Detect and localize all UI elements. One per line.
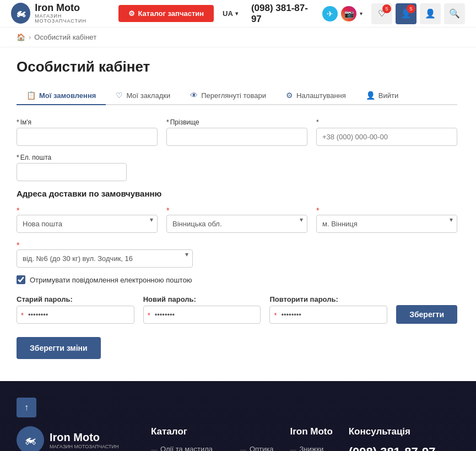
footer-link-oils[interactable]: Олії та мастила xyxy=(151,445,231,451)
footer-iron-moto: Iron Moto Знижки Виробники Доставка та о… xyxy=(290,426,335,451)
footer-logo-icon: 🏍 xyxy=(17,426,44,451)
old-password-field: Старий пароль: * xyxy=(17,295,134,324)
name-label: *Ім'я xyxy=(17,118,158,126)
new-password-wrap: * xyxy=(143,306,261,324)
footer-logo-sub: МАГАЗИН МОТОЗАПЧАСТИН xyxy=(50,444,118,449)
iron-moto-title: Iron Moto xyxy=(290,426,335,437)
tab-bookmarks[interactable]: ♡ Мої закладки xyxy=(106,86,180,105)
save-changes-button[interactable]: Зберегти зміни xyxy=(17,337,101,359)
catalog-button[interactable]: Каталог запчастин xyxy=(118,5,214,22)
repeat-password-star: * xyxy=(274,311,277,319)
consult-phone: (098) 381-87-97 xyxy=(349,445,470,451)
password-section: Старий пароль: * Новий пароль: * Повтори… xyxy=(17,295,457,324)
footer-catalog-links: Олії та мастила Двигун та КПП Паливна си… xyxy=(151,445,277,451)
repeat-password-label: Повторити пароль: xyxy=(269,295,387,303)
delivery-branch-wrapper: * від. №6 (до 30 кг) вул. Зодчик, 16 ▾ xyxy=(17,241,193,268)
old-password-wrap: * xyxy=(17,306,134,324)
tab-viewed-label: Переглянуті товари xyxy=(201,91,266,100)
tab-bookmarks-label: Мої закладки xyxy=(126,91,170,100)
delivery-branch-select[interactable]: від. №6 (до 30 кг) вул. Зодчик, 16 xyxy=(17,249,193,268)
tab-viewed-icon: 👁 xyxy=(190,91,198,100)
breadcrumb-sep: › xyxy=(29,33,31,41)
delivery-branch-label: * xyxy=(17,241,20,249)
page-title: Особистий кабінет xyxy=(17,58,457,75)
phone-number: (098) 381-87-97 xyxy=(251,3,313,25)
footer-logo-name: Iron Moto xyxy=(50,431,118,444)
account-button[interactable]: 👤 5 xyxy=(396,3,416,24)
delivery-row2: * від. №6 (до 30 кг) вул. Зодчик, 16 ▾ xyxy=(17,241,457,268)
footer-logo: 🏍 Iron Moto МАГАЗИН МОТОЗАПЧАСТИН xyxy=(17,426,138,451)
old-password-star: * xyxy=(21,311,24,319)
footer-link-discounts[interactable]: Знижки xyxy=(290,445,335,451)
footer-link-optics[interactable]: Оптика xyxy=(240,445,277,451)
breadcrumb-home[interactable]: 🏠 xyxy=(17,33,25,41)
delivery-region-label: * xyxy=(166,206,170,215)
consult-title: Консультація xyxy=(349,426,470,437)
logo[interactable]: 🏍 Iron Moto МАГАЗИН МОТОЗАПЧАСТИН xyxy=(11,3,110,25)
repeat-password-wrap: * xyxy=(269,306,387,324)
header: 🏍 Iron Moto МАГАЗИН МОТОЗАПЧАСТИН Катало… xyxy=(0,0,476,28)
wishlist-button[interactable]: ♡ 5 xyxy=(371,3,392,24)
tab-logout[interactable]: 👤 Вийти xyxy=(356,86,408,105)
email-notify-checkbox[interactable] xyxy=(17,275,25,284)
name-input[interactable] xyxy=(17,128,158,146)
tab-orders-icon: 📋 xyxy=(26,91,36,100)
tabs: 📋 Мої замовлення ♡ Мої закладки 👁 Перегл… xyxy=(17,86,457,105)
chevron-down-icon: ▾ xyxy=(235,10,238,17)
new-password-label: Новий пароль: xyxy=(143,295,261,303)
email-notify-row: Отримувати повідомлення електронною пошт… xyxy=(17,275,457,284)
delivery-city-select[interactable]: м. Вінниця xyxy=(316,215,457,233)
logo-icon: 🏍 xyxy=(11,3,30,24)
repeat-password-field: Повторити пароль: * xyxy=(269,295,387,324)
social-chevron-icon[interactable]: ▾ xyxy=(360,10,363,17)
logo-name: Iron Moto xyxy=(35,3,109,14)
language-selector[interactable]: UA ▾ xyxy=(223,9,238,18)
tab-settings[interactable]: ⚙ Налаштування xyxy=(276,86,356,105)
email-row: *Ел. пошта xyxy=(17,154,457,181)
surname-input[interactable] xyxy=(166,128,307,146)
tab-settings-label: Налаштування xyxy=(296,91,346,100)
footer-catalog: Каталог Олії та мастила Двигун та КПП Па… xyxy=(151,426,277,451)
new-password-input[interactable] xyxy=(143,306,261,324)
delivery-region-select[interactable]: Вінницька обл. xyxy=(166,215,307,233)
telegram-icon[interactable]: ✈ xyxy=(322,6,338,21)
breadcrumb-current: Особистий кабінет xyxy=(34,33,96,41)
logo-sub: МАГАЗИН МОТОЗАПЧАСТИН xyxy=(35,14,109,25)
tab-orders-label: Мої замовлення xyxy=(39,91,96,100)
footer-logo-area: 🏍 Iron Moto МАГАЗИН МОТОЗАПЧАСТИН VISA xyxy=(17,426,138,451)
delivery-city-wrapper: * м. Вінниця ▾ xyxy=(316,206,457,233)
breadcrumb: 🏠 › Особистий кабінет xyxy=(0,28,476,47)
main-content: Особистий кабінет 📋 Мої замовлення ♡ Мої… xyxy=(0,47,474,381)
user-button[interactable]: 👤 xyxy=(420,3,441,24)
tab-viewed[interactable]: 👁 Переглянуті товари xyxy=(180,86,276,105)
account-badge: 5 xyxy=(407,4,415,13)
footer-catalog-col2: Оптика Пластик Троси Рама / Обвіс Колісн… xyxy=(240,445,277,451)
footer-catalog-col1: Олії та мастила Двигун та КПП Паливна си… xyxy=(151,445,231,451)
old-password-label: Старий пароль: xyxy=(17,295,134,303)
surname-field: *Прізвище xyxy=(166,118,307,146)
tab-logout-label: Вийти xyxy=(378,91,398,100)
repeat-password-input[interactable] xyxy=(269,306,387,324)
delivery-type-label: * xyxy=(17,206,20,215)
wishlist-badge: 5 xyxy=(382,4,391,13)
social-icons: ✈ 📷 ▾ xyxy=(322,6,363,21)
delivery-city-label: * xyxy=(316,206,320,215)
phone-label: * xyxy=(316,118,457,126)
email-label: *Ел. пошта xyxy=(17,154,127,161)
surname-label: *Прізвище xyxy=(166,118,307,126)
phone-input[interactable] xyxy=(316,128,457,146)
save-password-button[interactable]: Зберегти xyxy=(396,305,457,324)
tab-orders[interactable]: 📋 Мої замовлення xyxy=(17,86,106,105)
lang-label: UA xyxy=(223,9,233,18)
old-password-input[interactable] xyxy=(17,306,134,324)
footer-consult: Консультація (098) 381-87-97 ПН-ПТ: з 9 … xyxy=(349,426,470,451)
footer: ↑ 🏍 Iron Moto МАГАЗИН МОТОЗАПЧАСТИН VISA xyxy=(0,381,476,451)
delivery-region-wrapper: * Вінницька обл. ▾ xyxy=(166,206,307,233)
phone-field: * xyxy=(316,118,457,146)
instagram-icon[interactable]: 📷 xyxy=(341,6,356,21)
delivery-type-select[interactable]: Нова пошта xyxy=(17,215,158,233)
name-field: *Ім'я xyxy=(17,118,158,146)
scroll-top-button[interactable]: ↑ xyxy=(17,398,36,417)
search-button[interactable]: 🔍 xyxy=(444,3,465,24)
email-input[interactable] xyxy=(17,163,127,181)
